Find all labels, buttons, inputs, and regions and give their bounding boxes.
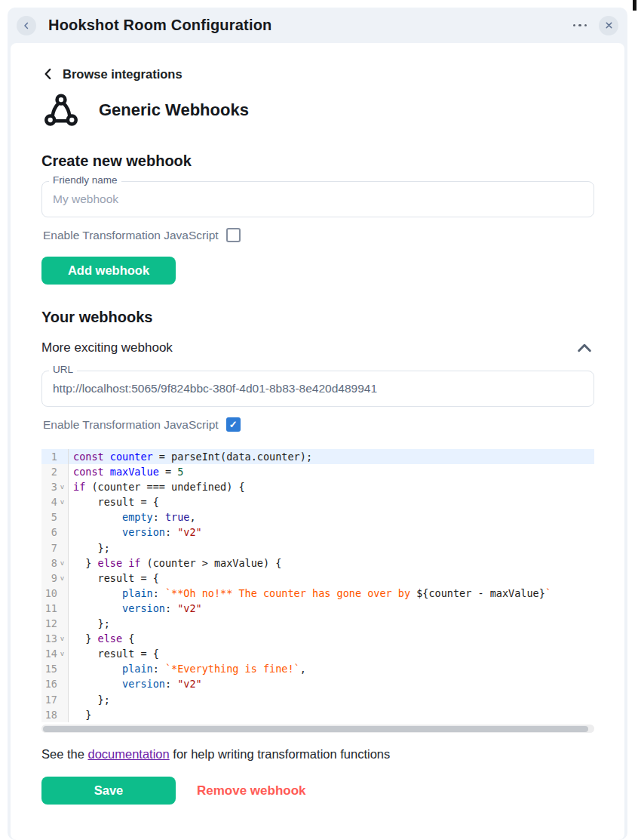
line-number: 5: [41, 509, 57, 525]
code-text: result = {: [69, 646, 594, 661]
gutter-cell: 4v: [41, 494, 69, 509]
line-number: 8: [41, 555, 57, 571]
gutter-cell: 1: [41, 449, 69, 464]
code-text: version: "v2": [69, 525, 594, 540]
gutter-cell: 18: [41, 707, 69, 722]
gutter-cell: 11: [41, 601, 69, 616]
enable-transform-row-existing: Enable Transformation JavaScript ✓: [43, 417, 241, 432]
code-line[interactable]: 16 version: "v2": [41, 676, 594, 691]
gutter-cell: 9v: [41, 571, 69, 586]
dialog-close-button[interactable]: [599, 16, 618, 35]
add-webhook-button[interactable]: Add webhook: [41, 257, 176, 285]
text-cursor-artifact: [633, 0, 636, 11]
code-line[interactable]: 5 empty: true,: [41, 509, 594, 525]
line-number: 12: [41, 616, 57, 631]
line-number: 11: [41, 601, 57, 616]
gutter-cell: 6: [41, 525, 69, 540]
gutter-cell: 15: [41, 661, 69, 676]
dialog-title: Hookshot Room Configuration: [48, 17, 271, 34]
documentation-link[interactable]: documentation: [87, 747, 169, 761]
webhook-list-item: More exciting webhook: [41, 340, 594, 355]
remove-webhook-button[interactable]: Remove webhook: [197, 777, 306, 805]
save-button[interactable]: Save: [41, 777, 176, 805]
chevron-left-icon: [41, 66, 55, 82]
code-line[interactable]: 13v } else {: [41, 631, 594, 646]
code-line[interactable]: 3vif (counter === undefined) {: [41, 479, 594, 494]
gutter-cell: 10: [41, 586, 69, 601]
config-panel: Browse integrations Generic Webhooks Cre…: [11, 43, 624, 840]
code-line[interactable]: 17 };: [41, 692, 594, 707]
documentation-hint: See the documentation for help writing t…: [41, 747, 390, 762]
fold-arrow-icon[interactable]: v: [57, 494, 67, 509]
code-line[interactable]: 15 plain: `*Everything is fine!`,: [41, 661, 594, 676]
fold-arrow-icon[interactable]: v: [57, 631, 67, 646]
line-number: 6: [41, 525, 57, 540]
integration-name: Generic Webhooks: [99, 100, 249, 120]
friendly-name-label: Friendly name: [49, 174, 121, 186]
code-text: };: [69, 616, 594, 631]
dialog-menu-button[interactable]: [572, 20, 589, 32]
code-text: result = {: [69, 571, 594, 586]
code-line[interactable]: 6 version: "v2": [41, 525, 594, 540]
fold-arrow-icon[interactable]: v: [57, 646, 67, 661]
code-line[interactable]: 8v } else if (counter > maxValue) {: [41, 555, 594, 571]
code-line[interactable]: 2const maxValue = 5: [41, 464, 594, 479]
scrollbar-thumb[interactable]: [43, 726, 588, 732]
your-webhooks-heading: Your webhooks: [41, 309, 152, 326]
line-number: 14: [41, 646, 57, 661]
fold-arrow-icon[interactable]: v: [57, 479, 67, 494]
dialog-back-button[interactable]: [17, 16, 36, 35]
code-editor[interactable]: 1const counter = parseInt(data.counter);…: [41, 447, 594, 723]
code-line[interactable]: 11 version: "v2": [41, 601, 594, 616]
line-number: 7: [41, 540, 57, 555]
code-text: };: [69, 540, 594, 555]
code-line[interactable]: 7 };: [41, 540, 594, 555]
gutter-cell: 12: [41, 616, 69, 631]
code-line[interactable]: 4v result = {: [41, 494, 594, 509]
gutter-cell: 17: [41, 692, 69, 707]
collapse-webhook-button[interactable]: [575, 340, 594, 355]
line-number: 15: [41, 661, 57, 676]
line-number: 18: [41, 707, 57, 722]
enable-transform-label: Enable Transformation JavaScript: [43, 229, 219, 242]
code-text: if (counter === undefined) {: [69, 479, 594, 494]
screen: Hookshot Room Configuration Browse integ…: [0, 0, 638, 840]
code-editor-lines: 1const counter = parseInt(data.counter);…: [41, 449, 594, 722]
gutter-cell: 7: [41, 540, 69, 555]
line-number: 4: [41, 494, 57, 509]
browse-integrations-label: Browse integrations: [63, 67, 183, 82]
code-line[interactable]: 18 }: [41, 707, 594, 722]
code-line[interactable]: 14v result = {: [41, 646, 594, 661]
browse-integrations-link[interactable]: Browse integrations: [41, 66, 183, 82]
code-text: }: [69, 707, 594, 722]
chevron-left-icon: [21, 20, 32, 31]
friendly-name-input[interactable]: [42, 182, 594, 217]
webhook-url-input[interactable]: [42, 371, 594, 406]
line-number: 1: [41, 449, 57, 464]
code-line[interactable]: 10 plain: `**Oh no!** The counter has go…: [41, 586, 594, 601]
code-line[interactable]: 9v result = {: [41, 571, 594, 586]
webhook-url-field: URL: [41, 371, 594, 407]
gutter-cell: 5: [41, 509, 69, 525]
gutter-cell: 3v: [41, 479, 69, 494]
chevron-up-icon: [576, 342, 593, 354]
fold-arrow-icon[interactable]: v: [57, 555, 67, 571]
code-text: plain: `**Oh no!** The counter has gone …: [69, 586, 594, 601]
code-line[interactable]: 1const counter = parseInt(data.counter);: [41, 449, 594, 464]
fold-arrow-icon[interactable]: v: [57, 571, 67, 586]
line-number: 16: [41, 676, 57, 691]
enable-transform-checkbox-new[interactable]: [226, 228, 241, 242]
code-text: const counter = parseInt(data.counter);: [69, 449, 594, 464]
code-text: };: [69, 692, 594, 707]
line-number: 17: [41, 692, 57, 707]
horizontal-scrollbar: [41, 725, 594, 733]
create-webhook-heading: Create new webhook: [41, 152, 192, 170]
gutter-cell: 13v: [41, 631, 69, 646]
gutter-cell: 16: [41, 676, 69, 691]
enable-transform-checkbox-existing[interactable]: ✓: [226, 417, 241, 432]
code-line[interactable]: 12 };: [41, 616, 594, 631]
webhook-icon: [41, 91, 81, 130]
code-text: result = {: [69, 494, 594, 509]
close-icon: [604, 20, 614, 30]
webhook-name: More exciting webhook: [41, 340, 173, 355]
